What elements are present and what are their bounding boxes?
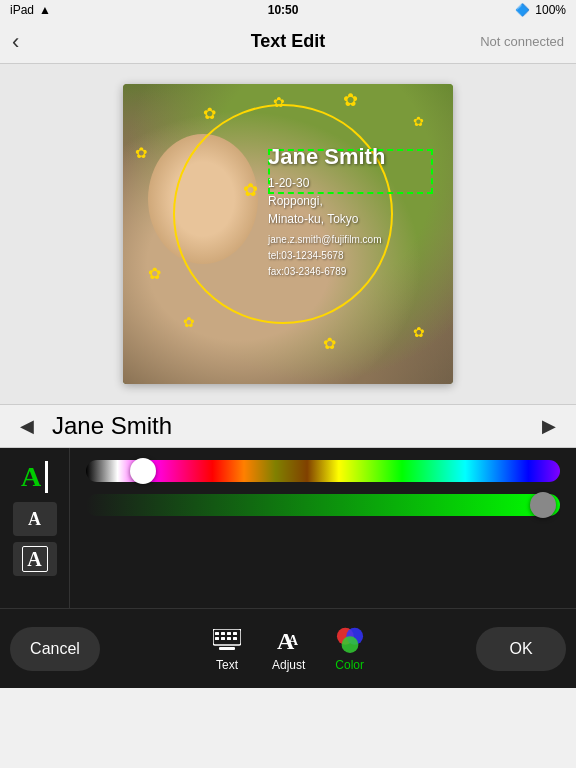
card-address: 1-20-30Roppongi,Minato-ku, Tokyo	[268, 174, 445, 228]
card-tel: tel:03-1234-5678	[268, 250, 344, 261]
status-right: 🔷 100%	[515, 3, 566, 17]
icon-column: A A A	[0, 448, 70, 608]
controls-area: A A A	[0, 448, 576, 608]
cancel-label: Cancel	[30, 640, 80, 658]
font-decrease-icon: A	[28, 509, 41, 530]
ok-button[interactable]: OK	[476, 627, 566, 671]
bottom-toolbar: Cancel Text	[0, 608, 576, 688]
nav-bar: ‹ Text Edit Not connected	[0, 20, 576, 64]
toolbar-tools: Text A A Adjust Color	[100, 626, 476, 672]
green-a-icon: A	[21, 461, 41, 493]
flower-9: ✿	[323, 334, 336, 353]
font-style-button[interactable]: A	[13, 542, 57, 576]
svg-rect-4	[233, 632, 237, 635]
card-email: jane.z.smith@fujifilm.com	[268, 234, 382, 245]
right-controls	[70, 448, 576, 608]
flower-4: ✿	[413, 114, 424, 129]
svg-text:A: A	[288, 633, 299, 648]
flower-5: ✿	[135, 144, 148, 162]
font-outline-icon: A	[22, 546, 48, 572]
adjust-tool-label: Adjust	[272, 658, 305, 672]
color-tool-label: Color	[335, 658, 364, 672]
card-photo: ✿ ✿ ✿ ✿ ✿ ✿ ✿ ✿ ✿ ✿ Jane Smith 1-20-30Ro…	[123, 84, 453, 384]
status-time: 10:50	[268, 3, 299, 17]
font-size-decrease-button[interactable]: A	[13, 502, 57, 536]
flower-3: ✿	[343, 89, 358, 111]
flower-1: ✿	[203, 104, 216, 123]
brightness-slider-thumb[interactable]	[530, 492, 556, 518]
svg-rect-5	[215, 637, 219, 640]
card-contact: jane.z.smith@fujifilm.com tel:03-1234-56…	[268, 232, 445, 280]
svg-rect-9	[219, 647, 235, 650]
card-text-area: Jane Smith 1-20-30Roppongi,Minato-ku, To…	[268, 144, 445, 280]
flower-7: ✿	[148, 264, 161, 283]
svg-rect-8	[233, 637, 237, 640]
adjust-icon: A A	[274, 626, 304, 654]
text-tool-label: Text	[216, 658, 238, 672]
keyboard-icon	[212, 626, 242, 654]
nav-title: Text Edit	[251, 31, 326, 52]
brightness-slider-row	[86, 494, 560, 516]
face-element	[148, 134, 258, 264]
prev-text-button[interactable]: ◀	[12, 415, 42, 437]
business-card[interactable]: ✿ ✿ ✿ ✿ ✿ ✿ ✿ ✿ ✿ ✿ Jane Smith 1-20-30Ro…	[123, 84, 453, 384]
wifi-icon: ▲	[39, 3, 51, 17]
ok-label: OK	[509, 640, 532, 658]
bluetooth-icon: 🔷	[515, 3, 530, 17]
photo-background: ✿ ✿ ✿ ✿ ✿ ✿ ✿ ✿ ✿ ✿ Jane Smith 1-20-30Ro…	[123, 84, 453, 384]
device-label: iPad	[10, 3, 34, 17]
color-tool-button[interactable]: Color	[335, 626, 364, 672]
card-name: Jane Smith	[268, 144, 445, 170]
connection-status: Not connected	[480, 34, 564, 49]
cancel-button[interactable]: Cancel	[10, 627, 100, 671]
svg-rect-7	[227, 637, 231, 640]
svg-rect-2	[221, 632, 225, 635]
flower-10: ✿	[413, 324, 425, 340]
adjust-tool-button[interactable]: A A Adjust	[272, 626, 305, 672]
svg-rect-6	[221, 637, 225, 640]
text-tool-button[interactable]: Text	[212, 626, 242, 672]
status-left: iPad ▲	[10, 3, 51, 17]
svg-rect-3	[227, 632, 231, 635]
cursor-icon	[45, 461, 48, 493]
status-bar: iPad ▲ 10:50 🔷 100%	[0, 0, 576, 20]
color-slider-thumb[interactable]	[130, 458, 156, 484]
canvas-area: ✿ ✿ ✿ ✿ ✿ ✿ ✿ ✿ ✿ ✿ Jane Smith 1-20-30Ro…	[0, 64, 576, 404]
back-button[interactable]: ‹	[12, 29, 19, 55]
svg-rect-1	[215, 632, 219, 635]
active-text-indicator: A	[13, 458, 57, 496]
color-circles-icon	[336, 626, 364, 654]
selected-text: Jane Smith	[42, 412, 534, 440]
flower-6: ✿	[243, 179, 258, 201]
color-gradient-slider[interactable]	[86, 460, 560, 482]
card-fax: fax:03-2346-6789	[268, 266, 346, 277]
text-selector: ◀ Jane Smith ▶	[0, 404, 576, 448]
color-slider-row	[86, 460, 560, 482]
flower-8: ✿	[183, 314, 195, 330]
green-brightness-slider[interactable]	[86, 494, 560, 516]
svg-point-14	[341, 636, 358, 653]
flower-2: ✿	[273, 94, 285, 110]
battery-label: 100%	[535, 3, 566, 17]
next-text-button[interactable]: ▶	[534, 415, 564, 437]
